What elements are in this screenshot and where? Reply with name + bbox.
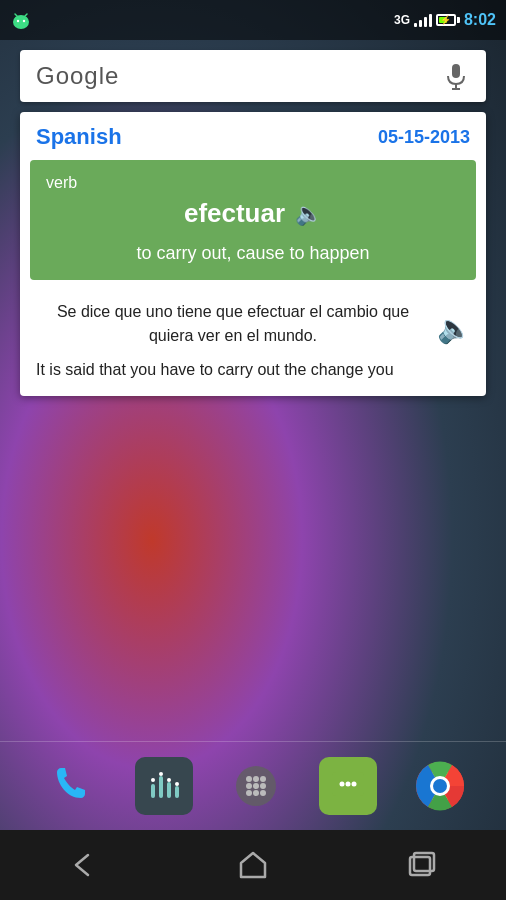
svg-point-26 xyxy=(260,790,266,796)
svg-rect-16 xyxy=(175,782,179,786)
signal-bars-icon xyxy=(414,13,432,27)
home-button[interactable] xyxy=(223,845,283,885)
svg-point-19 xyxy=(253,776,259,782)
svg-rect-14 xyxy=(167,778,171,782)
battery-icon: ⚡ xyxy=(436,14,460,26)
date-label: 05-15-2013 xyxy=(378,127,470,148)
microphone-icon[interactable] xyxy=(442,62,470,90)
svg-point-18 xyxy=(246,776,252,782)
svg-rect-12 xyxy=(159,772,163,776)
svg-rect-9 xyxy=(151,784,155,798)
svg-rect-10 xyxy=(151,778,155,782)
spanish-sentence: Se dice que uno tiene que efectuar el ca… xyxy=(36,300,470,348)
app-dock xyxy=(0,742,506,830)
svg-rect-13 xyxy=(167,782,171,798)
part-of-speech: verb xyxy=(46,174,460,192)
dock-icon-chrome[interactable] xyxy=(411,757,469,815)
svg-point-20 xyxy=(260,776,266,782)
svg-point-21 xyxy=(246,783,252,789)
android-notification-icon xyxy=(10,8,32,34)
svg-line-4 xyxy=(15,14,17,16)
svg-point-25 xyxy=(253,790,259,796)
back-button[interactable] xyxy=(54,845,114,885)
svg-point-29 xyxy=(340,782,345,787)
clock: 8:02 xyxy=(464,11,496,29)
svg-point-2 xyxy=(17,20,19,22)
svg-rect-11 xyxy=(159,776,163,798)
svg-point-24 xyxy=(246,790,252,796)
network-type: 3G xyxy=(394,13,410,27)
vocab-word: efectuar xyxy=(184,198,285,229)
svg-marker-36 xyxy=(241,853,265,877)
word-speaker-icon[interactable]: 🔈 xyxy=(295,201,322,227)
dock-icon-phone[interactable] xyxy=(37,754,101,818)
dock-icon-messenger[interactable] xyxy=(319,757,377,815)
status-icons: 3G ⚡ 8:02 xyxy=(394,11,496,29)
svg-marker-28 xyxy=(338,796,346,804)
svg-point-31 xyxy=(352,782,357,787)
sentences-area: 🔈 Se dice que uno tiene que efectuar el … xyxy=(20,290,486,396)
vocab-box: verb efectuar 🔈 to carry out, cause to h… xyxy=(30,160,476,280)
svg-point-30 xyxy=(346,782,351,787)
status-bar: 3G ⚡ 8:02 xyxy=(0,0,506,40)
svg-rect-1 xyxy=(15,18,27,26)
svg-point-35 xyxy=(433,779,447,793)
svg-rect-6 xyxy=(452,64,460,78)
vocab-word-row: efectuar 🔈 xyxy=(46,198,460,229)
vocab-definition: to carry out, cause to happen xyxy=(46,241,460,266)
navigation-bar xyxy=(0,830,506,900)
vocabulary-widget: Spanish 05-15-2013 verb efectuar 🔈 to ca… xyxy=(20,112,486,396)
google-logo: Google xyxy=(36,62,119,90)
sentence-speaker-icon[interactable]: 🔈 xyxy=(436,310,472,346)
google-search-bar[interactable]: Google xyxy=(20,50,486,102)
widget-header: Spanish 05-15-2013 xyxy=(20,112,486,160)
language-label: Spanish xyxy=(36,124,122,150)
svg-point-23 xyxy=(260,783,266,789)
dock-icon-apps[interactable] xyxy=(227,757,285,815)
svg-line-5 xyxy=(25,14,27,16)
svg-point-3 xyxy=(23,20,25,22)
english-sentence: It is said that you have to carry out th… xyxy=(36,358,470,382)
dock-icon-equalizer[interactable] xyxy=(135,757,193,815)
svg-rect-15 xyxy=(175,786,179,798)
recents-button[interactable] xyxy=(392,845,452,885)
svg-point-22 xyxy=(253,783,259,789)
